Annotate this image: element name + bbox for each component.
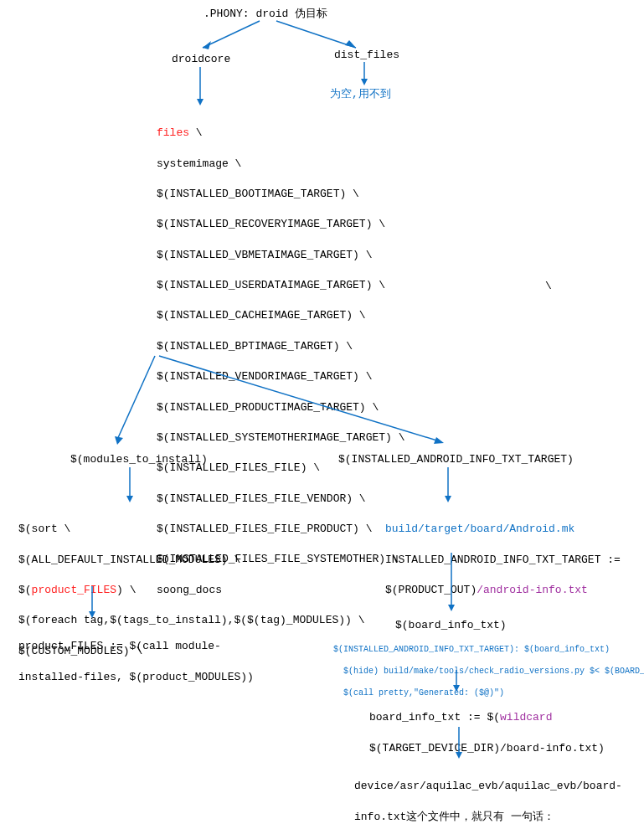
droidcore-label: droidcore xyxy=(172,53,230,65)
dev-l1: info.txt这个文件中，就只有 一句话： xyxy=(354,811,554,823)
dist-files-note-label: 为空,用不到 xyxy=(330,88,391,100)
droidcore-node: droidcore xyxy=(172,52,230,67)
files-l5: $(INSTALLED_USERDATAIMAGE_TARGET) \ xyxy=(157,279,385,291)
dist-files-label: dist_files xyxy=(334,49,399,61)
wildcard-block: board_info_txt := $(wildcard $(TARGET_DE… xyxy=(369,695,605,756)
files-l3: $(INSTALLED_RECOVERYIMAGE_TARGET) \ xyxy=(157,218,385,230)
modules-to-install-label: $(modules_to_install) xyxy=(70,453,208,466)
files-l9: $(INSTALLED_PRODUCTIMAGE_TARGET) \ xyxy=(157,401,379,414)
files-l4: $(INSTALLED_VBMETAIMAGE_TARGET) \ xyxy=(157,249,372,261)
sort-l2a: $( xyxy=(18,584,32,596)
files-l0b: \ xyxy=(189,126,203,139)
svg-line-2 xyxy=(276,21,356,48)
mk-l1a: INSTALLED_ANDROID_INFO_TXT_TARGET := xyxy=(385,554,621,566)
files-l1: systemimage \ xyxy=(157,157,241,170)
sort-l2c: ) \ xyxy=(116,584,136,596)
root-node: .PHONY: droid 伪目标 xyxy=(204,7,327,22)
arrow-droidcore-files xyxy=(196,67,204,107)
mk-l0: build/target/board/Android.mk xyxy=(385,523,574,535)
files-l2: $(INSTALLED_BOOTIMAGE_TARGET) \ xyxy=(157,188,359,200)
svg-marker-17 xyxy=(445,496,451,502)
arrow-files-modules xyxy=(105,356,163,448)
files-l12: $(INSTALLED_FILES_FILE_VENDOR) \ xyxy=(157,492,366,505)
android-mk-block: build/target/board/Android.mk INSTALLED_… xyxy=(385,507,621,598)
svg-marker-19 xyxy=(448,605,455,611)
mk-l1c: /android-info.txt xyxy=(477,584,588,596)
sort-l2b: product_FILES xyxy=(32,584,116,596)
dist-files-note: 为空,用不到 xyxy=(330,87,391,102)
stray-backslash: \ xyxy=(545,279,552,294)
root-label: .PHONY: droid 伪目标 xyxy=(204,8,327,20)
files-l6: $(INSTALLED_CACHEIMAGE_TARGET) \ xyxy=(157,309,366,322)
product-l0: product_FILES := $(call module- xyxy=(18,640,221,652)
files-l10: $(INSTALLED_SYSTEMOTHERIMAGE_TARGET) \ xyxy=(157,431,404,444)
bid-l0: $(INSTALLED_ANDROID_INFO_TXT_TARGET): $(… xyxy=(333,645,610,654)
arrow-distfiles-note xyxy=(360,62,368,87)
device-block: device/asr/aquilac_evb/aquilac_evb/board… xyxy=(354,764,622,824)
files-l8: $(INSTALLED_VENDORIMAGE_TARGET) \ xyxy=(157,370,372,383)
dist-files-node: dist_files xyxy=(334,48,399,63)
wc-l0b: wildcard xyxy=(500,711,552,724)
svg-marker-1 xyxy=(203,41,211,49)
board-info-detail: $(INSTALLED_ANDROID_INFO_TXT_TARGET): $(… xyxy=(333,633,644,698)
mk-l1b: $(PRODUCT_OUT) xyxy=(385,584,477,596)
installed-android-info-node: $(INSTALLED_ANDROID_INFO_TXT_TARGET) xyxy=(338,452,574,467)
wc-l0a: board_info_txt := $( xyxy=(369,711,500,724)
product-files-block: product_FILES := $(call module- installe… xyxy=(18,624,254,685)
board-info-txt-label: $(board_info_txt) xyxy=(395,619,507,631)
arrow-modules-sort xyxy=(126,467,134,504)
sort-l1: $(ALL_DEFAULT_INSTALLED_MODULES) \ xyxy=(18,554,240,566)
wc-l1: $(TARGET_DEVICE_DIR)/board-info.txt) xyxy=(369,742,605,754)
product-l1: installed-files, $(product_MODULES)) xyxy=(18,671,254,683)
arrow-info-mk xyxy=(444,467,452,504)
svg-marker-9 xyxy=(115,436,123,445)
files-keyword: files xyxy=(157,126,189,139)
svg-marker-5 xyxy=(361,79,368,85)
dev-l0: device/asr/aquilac_evb/aquilac_evb/board… xyxy=(354,780,622,792)
svg-line-8 xyxy=(117,356,155,440)
svg-marker-13 xyxy=(126,496,133,502)
arrow-root-droidcore xyxy=(193,21,268,54)
svg-line-0 xyxy=(203,21,260,48)
svg-marker-11 xyxy=(434,437,444,444)
files-l7: $(INSTALLED_BPTIMAGE_TARGET) \ xyxy=(157,340,353,353)
svg-marker-3 xyxy=(345,40,356,48)
modules-to-install-node: $(modules_to_install) xyxy=(70,452,208,467)
sort-l0: $(sort \ xyxy=(18,523,70,535)
board-info-txt-node: $(board_info_txt) xyxy=(395,618,507,633)
installed-android-info-label: $(INSTALLED_ANDROID_INFO_TXT_TARGET) xyxy=(338,453,574,466)
bid-l1: $(hide) build/make/tools/check_radio_ver… xyxy=(333,667,644,676)
svg-marker-7 xyxy=(197,99,204,106)
